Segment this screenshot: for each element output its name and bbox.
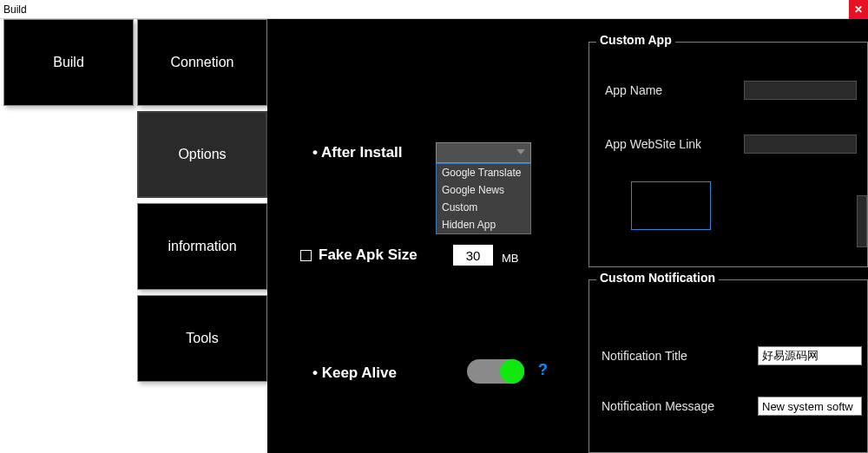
nav-options[interactable]: Options — [137, 111, 267, 198]
toggle-knob-icon — [500, 359, 524, 384]
options-panel: • After Install Google Translate Google … — [267, 19, 868, 453]
nav-information[interactable]: information — [137, 203, 267, 290]
notification-message-input[interactable] — [758, 397, 862, 416]
window-title: Build — [3, 3, 27, 16]
after-install-label: • After Install — [312, 144, 403, 161]
close-button[interactable]: ✕ — [849, 0, 868, 19]
chevron-down-icon — [516, 149, 525, 154]
after-install-dropdown-list: Google Translate Google News Custom Hidd… — [436, 163, 531, 234]
after-install-option[interactable]: Google News — [437, 181, 530, 199]
keep-alive-label: • Keep Alive — [312, 364, 397, 382]
fake-size-checkbox[interactable] — [300, 250, 312, 261]
notification-title-label: Notification Title — [602, 349, 758, 363]
custom-notification-legend: Custom Notification — [596, 271, 719, 285]
fake-size-input[interactable] — [453, 245, 493, 266]
nav-connetion[interactable]: Connetion — [137, 19, 267, 106]
fake-size-label: Fake Apk Size — [319, 246, 418, 264]
fake-size-row: Fake Apk Size — [300, 246, 418, 264]
after-install-option[interactable]: Hidden App — [437, 216, 530, 233]
nav-build[interactable]: Build — [3, 19, 134, 106]
after-install-option[interactable]: Google Translate — [437, 164, 530, 181]
nav-sidebar: Build Connetion Options information Tool… — [0, 19, 267, 453]
app-website-input[interactable] — [744, 135, 857, 154]
nav-tools[interactable]: Tools — [137, 295, 267, 382]
app-name-label: App Name — [605, 83, 744, 97]
close-icon: ✕ — [854, 3, 863, 16]
custom-app-legend: Custom App — [596, 33, 675, 47]
custom-app-group: Custom App App Name App WebSite Link — [589, 42, 868, 267]
notification-message-label: Notification Message — [602, 399, 758, 413]
keep-alive-help[interactable]: ? — [538, 361, 548, 379]
keep-alive-toggle[interactable] — [467, 359, 524, 384]
fake-size-unit: MB — [502, 252, 519, 265]
after-install-dropdown[interactable] — [436, 142, 531, 163]
app-icon-picker[interactable] — [631, 181, 711, 230]
custom-app-side-button[interactable] — [857, 195, 867, 247]
custom-notification-group: Custom Notification Notification Title N… — [589, 279, 868, 453]
app-name-input[interactable] — [744, 81, 857, 100]
app-website-label: App WebSite Link — [605, 137, 744, 151]
after-install-option[interactable]: Custom — [437, 199, 530, 216]
notification-title-input[interactable] — [758, 346, 862, 365]
